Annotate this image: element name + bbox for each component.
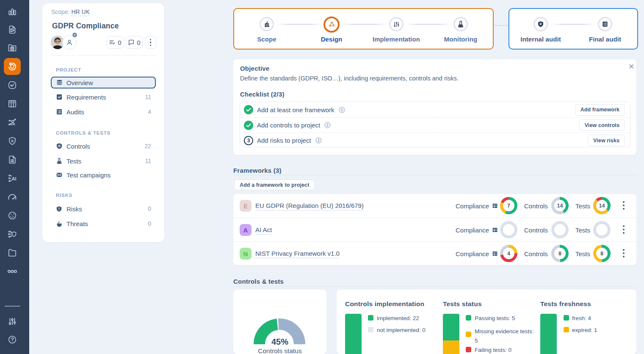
svg-text:AI: AI [12,176,17,181]
